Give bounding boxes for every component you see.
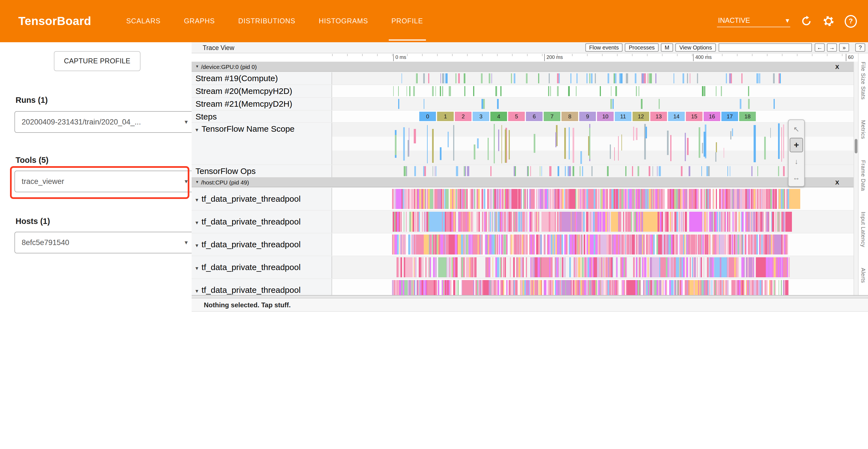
trace-event[interactable] (434, 280, 435, 296)
trace-event[interactable] (779, 280, 779, 296)
trace-event[interactable] (764, 137, 766, 159)
trace-event[interactable] (459, 212, 460, 232)
trace-event[interactable] (463, 73, 465, 83)
trace-event[interactable] (636, 235, 637, 255)
trace-event[interactable] (506, 212, 508, 232)
trace-event[interactable] (414, 166, 416, 176)
trace-event[interactable] (657, 212, 659, 232)
trace-event[interactable] (662, 235, 664, 255)
trace-event[interactable] (659, 99, 660, 109)
trace-event[interactable] (615, 73, 616, 83)
trace-event[interactable] (577, 280, 579, 296)
side-tab-alerts[interactable]: Alerts (860, 268, 866, 283)
trace-event[interactable] (440, 86, 441, 96)
details-splitter[interactable] (192, 295, 868, 298)
trace-event[interactable] (576, 235, 577, 255)
trace-event[interactable] (412, 212, 413, 232)
zoom-tool-button[interactable]: + (790, 138, 803, 152)
trace-event[interactable] (681, 280, 682, 296)
trace-event[interactable] (495, 212, 496, 232)
trace-event[interactable] (560, 257, 561, 277)
trace-event[interactable] (566, 235, 567, 255)
scrollbar-thumb[interactable] (855, 139, 858, 153)
trace-event[interactable] (400, 212, 401, 232)
trace-event[interactable] (554, 189, 555, 209)
trace-event[interactable] (567, 166, 568, 176)
trace-event[interactable] (720, 235, 722, 255)
trace-event[interactable] (555, 280, 556, 296)
trace-event[interactable] (675, 235, 675, 255)
trace-event[interactable] (492, 73, 492, 83)
trace-event[interactable] (462, 280, 474, 296)
trace-event[interactable] (591, 212, 592, 232)
trace-event[interactable] (529, 235, 530, 255)
trace-event[interactable] (414, 129, 416, 143)
trace-event[interactable] (493, 235, 494, 255)
trace-event[interactable] (498, 129, 499, 151)
trace-event[interactable] (783, 124, 784, 159)
step-block[interactable]: 7 (544, 112, 560, 121)
trace-event[interactable] (741, 280, 744, 296)
trace-event[interactable] (626, 235, 627, 255)
trace-event[interactable] (688, 235, 689, 255)
trace-event[interactable] (755, 280, 756, 296)
trace-event[interactable] (570, 73, 572, 83)
trace-event[interactable] (402, 235, 402, 255)
trace-event[interactable] (519, 257, 520, 277)
trace-event[interactable] (777, 257, 778, 277)
trace-event[interactable] (597, 189, 600, 209)
nav-button-[interactable]: ? (855, 43, 865, 52)
trace-event[interactable] (762, 212, 763, 232)
trace-event[interactable] (624, 257, 625, 277)
trace-event[interactable] (648, 280, 649, 296)
trace-event[interactable] (396, 189, 402, 209)
trace-event[interactable] (629, 212, 631, 232)
trace-event[interactable] (487, 257, 489, 277)
trace-event[interactable] (600, 280, 600, 296)
trace-event[interactable] (530, 189, 531, 209)
trace-event[interactable] (497, 99, 499, 109)
trace-event[interactable] (586, 189, 586, 209)
trace-event[interactable] (562, 189, 564, 209)
trace-event[interactable] (497, 235, 498, 255)
trace-event[interactable] (784, 235, 785, 255)
trace-event[interactable] (776, 212, 777, 232)
trace-event[interactable] (533, 189, 535, 209)
trace-event[interactable] (517, 257, 518, 277)
trace-event[interactable] (521, 280, 523, 296)
trace-event[interactable] (774, 280, 776, 296)
track-canvas[interactable] (332, 279, 854, 296)
trace-event[interactable] (528, 280, 529, 296)
trace-event[interactable] (471, 257, 473, 277)
trace-event[interactable] (497, 189, 499, 209)
status-dropdown[interactable]: INACTIVE ▾ (717, 15, 790, 27)
trace-event[interactable] (589, 73, 590, 83)
trace-event[interactable] (591, 73, 593, 83)
trace-event[interactable] (701, 257, 702, 277)
trace-event[interactable] (557, 189, 559, 209)
step-block[interactable]: 0 (419, 112, 436, 121)
trace-event[interactable] (611, 280, 612, 296)
trace-event[interactable] (514, 73, 515, 83)
trace-event[interactable] (440, 235, 442, 255)
trace-event[interactable] (748, 86, 749, 96)
trace-event[interactable] (702, 86, 703, 96)
trace-event[interactable] (730, 166, 730, 176)
trace-event[interactable] (461, 257, 463, 277)
trace-event[interactable] (564, 235, 566, 255)
trace-event[interactable] (421, 280, 422, 296)
trace-event[interactable] (618, 136, 618, 160)
trace-event[interactable] (506, 280, 507, 296)
trace-event[interactable] (513, 280, 514, 296)
trace-event[interactable] (607, 166, 609, 176)
trace-event[interactable] (579, 189, 580, 209)
trace-event[interactable] (483, 99, 485, 109)
trace-event[interactable] (780, 73, 781, 83)
trace-event[interactable] (398, 257, 400, 277)
trace-event[interactable] (449, 257, 451, 277)
trace-event[interactable] (551, 235, 553, 255)
trace-event[interactable] (459, 73, 460, 83)
trace-event[interactable] (768, 257, 769, 277)
step-block[interactable]: 3 (473, 112, 489, 121)
track-canvas[interactable] (332, 188, 854, 210)
